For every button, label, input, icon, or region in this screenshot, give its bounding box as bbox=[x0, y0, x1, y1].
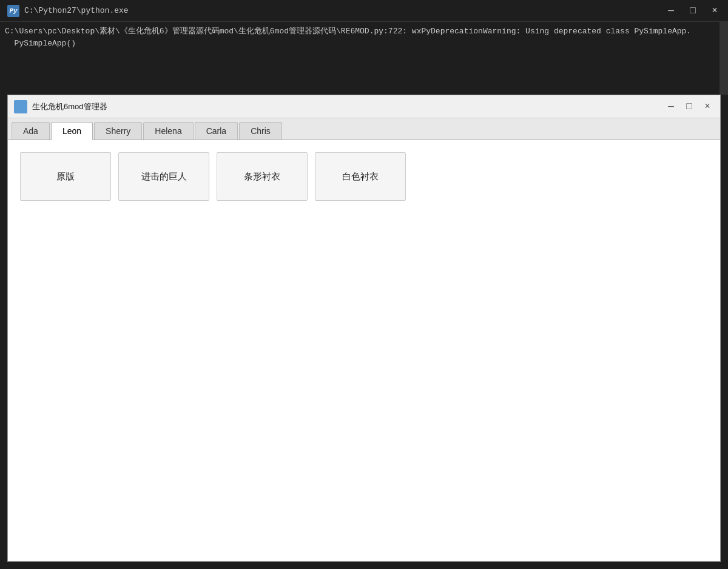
console-output-text: C:\Users\pc\Desktop\素材\《生化危机6》管理器源代码mod\… bbox=[5, 25, 723, 49]
app-icon bbox=[14, 100, 27, 113]
tab-carla[interactable]: Carla bbox=[195, 122, 238, 140]
tab-helena[interactable]: Helena bbox=[143, 122, 193, 140]
app-close-button[interactable]: × bbox=[701, 101, 714, 112]
app-minimize-button[interactable]: — bbox=[664, 101, 678, 112]
skin-button-jinjudejuren[interactable]: 进击的巨人 bbox=[118, 152, 209, 201]
console-close-button[interactable]: × bbox=[709, 6, 721, 16]
skin-button-baisechenyi[interactable]: 白色衬衣 bbox=[315, 152, 406, 201]
console-minimize-button[interactable]: — bbox=[665, 6, 677, 16]
console-scrollbar[interactable] bbox=[720, 22, 728, 95]
console-titlebar: Py C:\Python27\python.exe — □ × bbox=[0, 0, 728, 22]
content-area: 原版进击的巨人条形衬衣白色衬衣 bbox=[8, 140, 720, 561]
tab-sherry[interactable]: Sherry bbox=[94, 122, 142, 140]
app-title: 生化危机6mod管理器 bbox=[32, 101, 664, 112]
app-titlebar: 生化危机6mod管理器 — □ × bbox=[8, 95, 720, 118]
skin-button-tiaoXingchenyi[interactable]: 条形衬衣 bbox=[217, 152, 308, 201]
svg-rect-1 bbox=[21, 103, 25, 106]
app-controls: — □ × bbox=[664, 101, 714, 112]
tab-ada[interactable]: Ada bbox=[12, 122, 50, 140]
console-body: C:\Users\pc\Desktop\素材\《生化危机6》管理器源代码mod\… bbox=[0, 22, 728, 95]
console-maximize-button[interactable]: □ bbox=[687, 6, 699, 16]
tab-leon[interactable]: Leon bbox=[51, 122, 93, 140]
svg-rect-2 bbox=[16, 107, 20, 111]
tab-bar: AdaLeonSherryHelenaCarlaChris bbox=[8, 118, 720, 140]
app-maximize-button[interactable]: □ bbox=[682, 101, 696, 112]
tab-chris[interactable]: Chris bbox=[239, 122, 282, 140]
console-title: C:\Python27\python.exe bbox=[24, 6, 665, 15]
console-controls: — □ × bbox=[665, 6, 721, 16]
skin-button-yuanban[interactable]: 原版 bbox=[20, 152, 111, 201]
console-window: Py C:\Python27\python.exe — □ × C:\Users… bbox=[0, 0, 728, 569]
app-window: 生化危机6mod管理器 — □ × AdaLeonSherryHelenaCar… bbox=[7, 95, 721, 562]
skin-buttons-container: 原版进击的巨人条形衬衣白色衬衣 bbox=[20, 152, 708, 201]
python-icon: Py bbox=[7, 5, 19, 17]
svg-rect-3 bbox=[21, 107, 25, 111]
svg-rect-0 bbox=[16, 103, 20, 106]
